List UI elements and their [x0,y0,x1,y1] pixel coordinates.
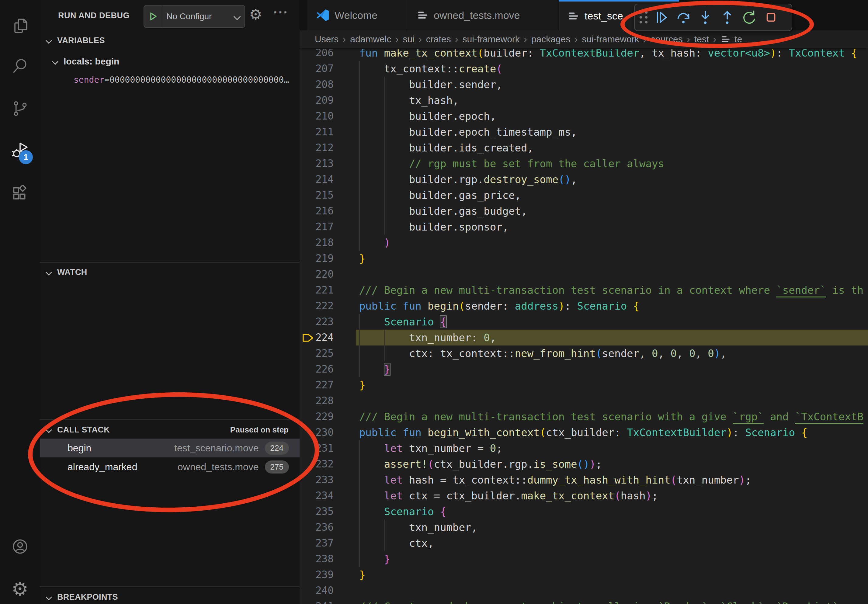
code-text: /// Begin a new multi-transaction test s… [334,282,863,298]
code-text: builder.rgp.destroy_some(), [334,172,577,187]
line-number[interactable]: 233 [299,472,334,488]
line-number[interactable]: 240 [299,583,334,599]
line-number[interactable]: 235 [299,503,334,519]
frame-line-badge: 275 [265,460,289,474]
line-number[interactable]: 224 [299,330,334,345]
breadcrumb-item[interactable]: sui [403,34,414,44]
line-number[interactable]: 212 [299,140,334,156]
code-line-233: 233 let hash = tx_context::dummy_tx_hash… [299,472,868,488]
run-and-debug-icon[interactable]: 1 [0,136,40,164]
line-number[interactable]: 225 [299,345,334,361]
manage-gear-icon[interactable]: ⚙ [0,575,40,603]
variable-sender-row[interactable]: sender = 0000000000000000000000000000000… [74,71,293,89]
accounts-icon[interactable] [0,533,40,560]
breadcrumb-item[interactable]: sources [651,34,683,44]
line-number[interactable]: 219 [299,251,334,266]
tab-welcome[interactable]: Welcome [307,0,408,30]
extensions-icon[interactable] [0,180,40,208]
line-number[interactable]: 218 [299,235,334,251]
code-line-210: 210 builder.epoch, [299,108,868,124]
line-number[interactable]: 216 [299,203,334,219]
line-number[interactable]: 221 [299,282,334,298]
breadcrumb-item[interactable]: test [694,34,709,44]
code-text: txn_number: 0, [334,330,496,345]
line-number[interactable]: 223 [299,314,334,330]
line-number[interactable]: 222 [299,298,334,314]
step-into-icon[interactable] [694,6,716,28]
code-text: builder.ids_created, [334,140,533,156]
code-text: builder.epoch, [334,108,496,124]
breadcrumb-item[interactable]: Users [315,34,338,44]
code-line-215: 215 builder.gas_price, [299,187,868,203]
tab-owned-tests[interactable]: owned_tests.move [408,0,559,30]
line-number[interactable]: 215 [299,187,334,203]
line-number[interactable]: 239 [299,567,334,583]
code-text: /// Creates and shares system objects, a… [334,599,839,604]
toolbar-drag-grip[interactable] [640,11,648,23]
code-line-234: 234 let ctx = ctx_builder.make_tx_contex… [299,488,868,503]
code-line-237: 237 ctx, [299,535,868,551]
line-number[interactable]: 210 [299,108,334,124]
line-number[interactable]: 213 [299,156,334,172]
breadcrumb-separator-icon: › [343,34,346,44]
watch-section-header[interactable]: WATCH [40,263,299,281]
move-file-icon [417,9,429,21]
breadcrumb-file[interactable]: te [735,34,742,44]
line-number[interactable]: 217 [299,219,334,235]
move-file-icon [721,34,731,44]
breadcrumb-item[interactable]: packages [531,34,570,44]
line-number[interactable]: 237 [299,535,334,551]
breadcrumb[interactable]: Users›adamwelc›sui›crates›sui-framework›… [299,30,868,48]
continue-icon[interactable] [651,6,673,28]
line-number[interactable]: 208 [299,77,334,93]
views-more-actions-icon[interactable]: ··· [273,5,288,20]
line-number[interactable]: 234 [299,488,334,503]
line-number[interactable]: 232 [299,456,334,472]
code-text: assert!(ctx_builder.rgp.is_some()); [334,456,602,472]
code-line-238: 238 } [299,551,868,567]
line-number[interactable]: 236 [299,519,334,535]
frame-name: begin [68,443,91,454]
line-number[interactable]: 231 [299,440,334,456]
stop-icon[interactable] [760,6,782,28]
breadcrumb-item[interactable]: sui-framework [462,34,519,44]
launch-config-dropdown[interactable]: No Configur [144,5,245,28]
explorer-icon[interactable] [0,12,40,40]
code-line-230: 230 public fun begin_with_context(ctx_bu… [299,424,868,440]
code-line-241: 241 /// Creates and shares system object… [299,599,868,604]
breadcrumb-separator-icon: › [395,34,398,44]
variables-scope-row[interactable]: locals: begin [53,52,119,71]
line-number[interactable]: 211 [299,124,334,140]
call-stack-frame-begin[interactable]: begintest_scenario.move224 [40,438,299,457]
line-number[interactable]: 209 [299,93,334,108]
breadcrumb-item[interactable]: sui-framework [582,34,639,44]
line-number[interactable]: 241 [299,599,334,604]
line-number[interactable]: 226 [299,361,334,377]
line-number[interactable]: 229 [299,409,334,424]
variables-section-header[interactable]: VARIABLES [40,32,299,49]
line-number[interactable]: 214 [299,172,334,187]
call-stack-frame-already_marked[interactable]: already_markedowned_tests.move275 [40,457,299,476]
breadcrumb-item[interactable]: crates [426,34,451,44]
code-line-218: 218 ) [299,235,868,251]
line-number[interactable]: 230 [299,424,334,440]
call-stack-section-header[interactable]: CALL STACK Paused on step [40,421,299,438]
code-line-207: 207 tx_context::create( [299,61,868,77]
line-number[interactable]: 238 [299,551,334,567]
line-number[interactable]: 207 [299,61,334,77]
code-line-213: 213 // rgp must be set from the caller a… [299,156,868,172]
run-and-debug-sidebar: RUN AND DEBUG No Configur ⚙ ··· VARIABLE… [40,0,300,604]
search-icon[interactable] [0,52,40,80]
start-debugging-icon[interactable] [144,5,162,27]
step-over-icon[interactable] [673,6,694,28]
line-number[interactable]: 220 [299,266,334,282]
step-out-icon[interactable] [716,6,738,28]
line-number[interactable]: 228 [299,393,334,409]
breadcrumb-item[interactable]: adamwelc [350,34,391,44]
call-stack-status: Paused on step [230,425,288,435]
debug-settings-gear-icon[interactable]: ⚙ [249,7,262,22]
line-number[interactable]: 227 [299,377,334,393]
source-control-icon[interactable] [0,95,40,122]
breakpoints-section-header[interactable]: BREAKPOINTS [40,588,299,604]
restart-icon[interactable] [738,6,760,28]
